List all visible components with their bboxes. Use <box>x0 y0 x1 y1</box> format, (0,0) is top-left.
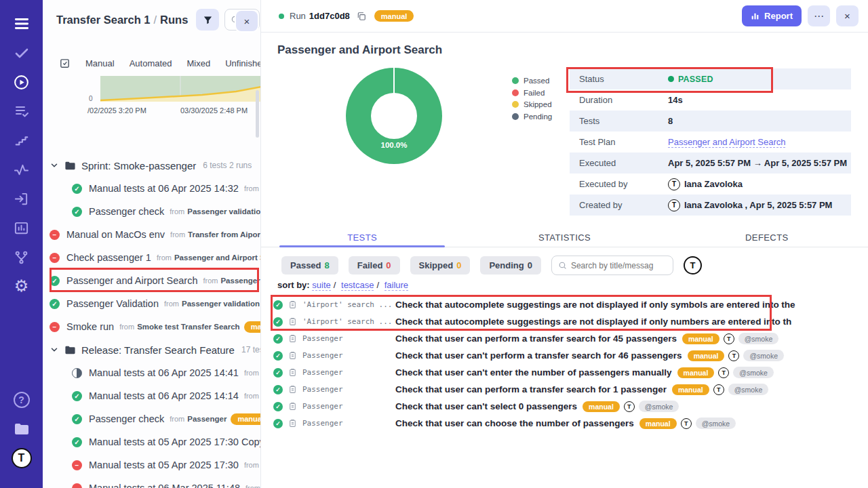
tree-run-item[interactable]: ✓Passenger ValidationfromPassenger valid… <box>43 292 261 315</box>
info-value: TIana Zavoloka , Apr 5, 2025 5:57 PM <box>668 199 832 211</box>
chip-count: 0 <box>456 260 461 270</box>
info-row-status: StatusPASSED <box>570 68 851 89</box>
breadcrumb-project[interactable]: Transfer Search 1 <box>56 14 151 26</box>
tab-statistics[interactable]: STATISTICS <box>463 229 665 247</box>
sign-in-icon[interactable] <box>10 187 33 210</box>
assignee-avatar: T <box>728 350 739 361</box>
chevron-down-icon[interactable] <box>50 345 60 354</box>
test-suite-name: 'Airport' search ... <box>302 300 395 309</box>
tab-tests[interactable]: TESTS <box>261 229 463 247</box>
list-check-icon[interactable] <box>10 100 33 123</box>
menu-icon[interactable] <box>10 12 33 35</box>
filter-button[interactable] <box>196 9 219 30</box>
info-label: Tests <box>579 116 668 126</box>
panel-tab-mixed[interactable]: Mixed <box>187 58 211 68</box>
legend-label: Failed <box>524 89 545 97</box>
test-row[interactable]: ✓PassengerCheck that user can't perform … <box>273 347 863 364</box>
smoke-tag: @smoke <box>728 384 769 395</box>
test-row[interactable]: ✓'Airport' search ...Check that autocomp… <box>273 313 863 330</box>
tree-run-label: Passenger and Airport Search <box>66 275 197 286</box>
smoke-tag: @smoke <box>738 333 779 344</box>
help-icon[interactable]: ? <box>10 388 33 411</box>
test-plan-link[interactable]: Passenger and Airport Search <box>668 137 785 148</box>
panel-scrollbar[interactable] <box>256 90 259 138</box>
check-icon[interactable] <box>10 41 33 64</box>
tree-folder[interactable]: Sprint: Smoke-passenger6 tests 2 runs <box>43 154 261 177</box>
tree-run-item[interactable]: −Smoke runfromSmoke test Transfer Search… <box>43 315 261 338</box>
tree-run-item[interactable]: −Manual tests at 06 Mar 2025 11:48fromTr… <box>43 476 261 488</box>
panel-tab-manual[interactable]: Manual <box>85 58 115 68</box>
tests-list: ✓'Airport' search ...Check that autocomp… <box>273 296 863 432</box>
clipboard-icon <box>288 333 297 344</box>
panel-close-button[interactable]: × <box>236 11 258 31</box>
copy-icon[interactable] <box>357 12 366 21</box>
select-all-icon[interactable] <box>59 58 71 69</box>
test-row[interactable]: ✓PassengerCheck that user can't enter th… <box>273 364 863 381</box>
passed-status-icon: ✓ <box>72 207 82 217</box>
sort-label: sort by: <box>277 280 310 290</box>
tree-run-item[interactable]: −Manual on MacOs envfromTransfer from Ai… <box>43 223 261 246</box>
legend-dot <box>512 89 519 96</box>
play-circle-icon[interactable] <box>10 70 33 94</box>
sort-link-suite[interactable]: suite <box>312 280 330 291</box>
info-label: Test Plan <box>579 137 668 147</box>
tree-folder[interactable]: Release: Transfer Search Feature17 tests… <box>43 338 261 361</box>
chip-skipped[interactable]: Skipped0 <box>410 256 471 274</box>
test-row[interactable]: ✓PassengerCheck that user can perform a … <box>273 330 863 347</box>
test-row[interactable]: ✓PassengerCheck that user can choose the… <box>273 415 863 432</box>
assignee-avatar: T <box>713 384 724 395</box>
tree-run-item[interactable]: ✓Manual tests at 06 Apr 2025 14:14fromPa… <box>43 384 261 407</box>
test-row[interactable]: ✓PassengerCheck that user can't select 0… <box>273 398 863 415</box>
passed-status-icon: ✓ <box>273 368 283 378</box>
tree-run-item[interactable]: ✓Passenger checkfromPassenger validation… <box>43 200 261 223</box>
result-filter-chips: Passed8Failed0Skipped0Pending0 T <box>281 256 702 275</box>
bar-chart-icon <box>751 12 760 20</box>
clipboard-icon <box>288 401 297 411</box>
test-row[interactable]: ✓PassengerCheck that user can perform a … <box>273 381 863 398</box>
tree-from-word: from <box>119 323 134 331</box>
passed-status-icon: ✓ <box>273 317 283 327</box>
panel-tab-automated[interactable]: Automated <box>130 58 172 68</box>
tree-run-label: Passenger check <box>89 413 164 424</box>
tests-search[interactable] <box>551 256 673 275</box>
legend-item-pending: Pending <box>512 113 552 121</box>
tree-run-item[interactable]: Manual tests at 06 Apr 2025 14:41fromTra… <box>43 361 261 384</box>
activity-icon[interactable] <box>10 158 33 181</box>
chevron-down-icon[interactable] <box>50 161 60 170</box>
tab-defects[interactable]: DEFECTS <box>666 229 868 247</box>
manual-badge: manual <box>231 413 261 425</box>
branch-icon[interactable] <box>10 245 33 268</box>
tree-run-item[interactable]: ✓Manual tests at 05 Apr 2025 17:30 Copyf… <box>43 430 261 453</box>
chip-passed[interactable]: Passed8 <box>281 256 338 274</box>
passed-status-icon: ✓ <box>273 385 283 394</box>
chip-count: 0 <box>386 260 391 270</box>
gear-icon[interactable]: ⚙ <box>10 274 33 298</box>
bar-chart-icon[interactable] <box>10 216 33 239</box>
tree-run-item[interactable]: ✓Passenger checkfromPassengermanual6 <box>43 407 261 430</box>
chip-pending[interactable]: Pending0 <box>480 256 541 274</box>
report-button[interactable]: Report <box>742 5 802 26</box>
assignee-avatar-button[interactable]: T <box>684 256 702 274</box>
tests-search-input[interactable] <box>571 261 663 270</box>
app-logo[interactable]: T <box>10 447 33 470</box>
close-run-button[interactable]: × <box>836 5 859 26</box>
test-suite-name: Passenger <box>302 334 395 343</box>
tree-from-word: from <box>170 207 184 216</box>
panel-tab-unfinished[interactable]: Unfinished <box>225 58 261 68</box>
tree-from-target: Passenger validation <box>187 207 261 216</box>
manual-badge: manual <box>677 367 715 378</box>
more-button[interactable]: ⋯ <box>808 5 830 26</box>
folder-icon[interactable] <box>10 418 33 441</box>
tree-run-item[interactable]: ✓Passenger and Airport SearchfromPasseng… <box>43 269 261 292</box>
test-row[interactable]: ✓'Airport' search ...Check that autocomp… <box>273 296 863 313</box>
passed-status-icon: ✓ <box>273 402 283 411</box>
tree-run-item[interactable]: ✓Manual tests at 06 Apr 2025 14:32fromPa… <box>43 177 261 200</box>
tree-run-item[interactable]: −Manual tests at 05 Apr 2025 17:30fromTr… <box>43 453 261 476</box>
chip-count: 8 <box>325 260 330 270</box>
sort-link-failure[interactable]: failure <box>384 280 408 291</box>
steps-icon[interactable] <box>10 129 33 152</box>
tree-run-item[interactable]: −Check passenger 1fromPassenger and Airp… <box>43 246 261 269</box>
status-dot-icon <box>668 76 674 82</box>
chip-failed[interactable]: Failed0 <box>349 256 400 274</box>
sort-link-testcase[interactable]: testcase <box>341 280 374 291</box>
